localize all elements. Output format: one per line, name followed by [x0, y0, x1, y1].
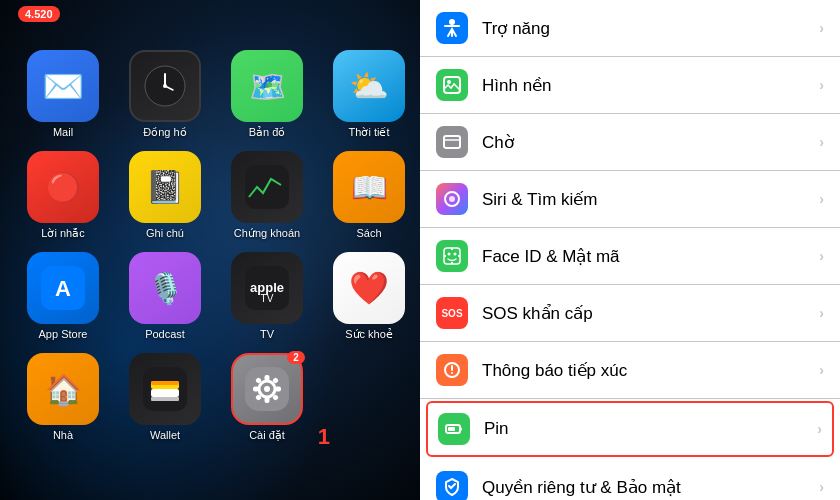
svg-text:A: A	[55, 276, 71, 301]
svg-rect-12	[151, 381, 179, 385]
svg-point-28	[447, 80, 451, 84]
svg-rect-14	[151, 397, 179, 401]
app-books-label: Sách	[356, 227, 381, 239]
settings-item-siri[interactable]: Siri & Tìm kiếm ›	[420, 171, 840, 228]
settings-panel: Trợ năng › Hình nền › Chờ	[420, 0, 840, 500]
app-home[interactable]: 🏠 Nhà	[18, 353, 108, 442]
contact-notification-label: Thông báo tiếp xúc	[482, 360, 819, 381]
app-wallet[interactable]: Wallet	[120, 353, 210, 442]
svg-rect-29	[444, 136, 460, 148]
svg-rect-21	[275, 387, 281, 392]
svg-rect-45	[448, 427, 455, 431]
wallpaper-chevron: ›	[819, 77, 824, 93]
privacy-chevron: ›	[819, 479, 824, 495]
settings-item-accessibility[interactable]: Trợ năng ›	[420, 0, 840, 57]
app-settings[interactable]: 2 Cài đặt 1	[222, 353, 312, 442]
settings-item-faceid[interactable]: Face ID & Mật mã ›	[420, 228, 840, 285]
standby-icon	[436, 126, 468, 158]
privacy-icon	[436, 471, 468, 500]
app-mail[interactable]: ✉️ Mail	[18, 50, 108, 139]
settings-item-privacy[interactable]: Quyền riêng tư & Bảo mật ›	[420, 459, 840, 500]
app-health[interactable]: ❤️ Sức khoẻ	[324, 252, 414, 341]
app-stocks[interactable]: Chứng khoán	[222, 151, 312, 240]
phone-screen: 4.520 ✉️ Mail Đồng hồ 🗺️ Bản đồ ⛅	[0, 0, 420, 500]
svg-point-17	[264, 386, 270, 392]
empty-slot	[324, 353, 414, 442]
step-1-label: 1	[318, 424, 330, 450]
settings-item-battery[interactable]: Pin › 2	[426, 401, 834, 457]
app-podcast[interactable]: 🎙️ Podcast	[120, 252, 210, 341]
settings-item-standby[interactable]: Chờ ›	[420, 114, 840, 171]
app-notes-label: Ghi chú	[146, 227, 184, 239]
svg-point-35	[454, 253, 457, 256]
siri-chevron: ›	[819, 191, 824, 207]
app-wallet-label: Wallet	[150, 429, 180, 441]
app-appletv-label: TV	[260, 328, 274, 340]
siri-label: Siri & Tìm kiếm	[482, 189, 819, 210]
settings-list: Trợ năng › Hình nền › Chờ	[420, 0, 840, 500]
sos-label: SOS khẩn cấp	[482, 303, 819, 324]
accessibility-label: Trợ năng	[482, 18, 819, 39]
svg-rect-20	[253, 387, 259, 392]
battery-label: Pin	[484, 419, 817, 439]
app-grid: ✉️ Mail Đồng hồ 🗺️ Bản đồ ⛅ Thời tiết	[0, 30, 420, 452]
svg-point-3	[163, 84, 167, 88]
notification-badge: 4.520	[18, 6, 60, 22]
app-reminder[interactable]: 🔴 Lời nhắc	[18, 151, 108, 240]
settings-item-wallpaper[interactable]: Hình nền ›	[420, 57, 840, 114]
svg-rect-44	[460, 428, 462, 431]
app-stocks-label: Chứng khoán	[234, 227, 300, 240]
app-notes[interactable]: 📓 Ghi chú	[120, 151, 210, 240]
app-appstore-label: App Store	[39, 328, 88, 340]
svg-rect-33	[444, 248, 460, 264]
app-podcast-label: Podcast	[145, 328, 185, 340]
svg-rect-19	[265, 397, 270, 403]
wallpaper-label: Hình nền	[482, 75, 819, 96]
svg-rect-18	[265, 375, 270, 381]
svg-rect-13	[151, 389, 179, 397]
app-clock[interactable]: Đồng hồ	[120, 50, 210, 139]
app-mail-label: Mail	[53, 126, 73, 138]
settings-item-contact-notification[interactable]: Thông báo tiếp xúc ›	[420, 342, 840, 399]
faceid-chevron: ›	[819, 248, 824, 264]
svg-point-26	[449, 19, 455, 25]
standby-chevron: ›	[819, 134, 824, 150]
svg-point-34	[448, 253, 451, 256]
app-appstore[interactable]: A App Store	[18, 252, 108, 341]
battery-icon	[438, 413, 470, 445]
app-appletv[interactable]: apple TV TV	[222, 252, 312, 341]
svg-point-42	[451, 372, 453, 374]
battery-chevron: ›	[817, 421, 822, 437]
settings-badge: 2	[287, 351, 305, 364]
app-maps[interactable]: 🗺️ Bản đồ	[222, 50, 312, 139]
faceid-label: Face ID & Mật mã	[482, 246, 819, 267]
settings-item-sos[interactable]: SOS SOS khẩn cấp ›	[420, 285, 840, 342]
app-maps-label: Bản đồ	[249, 126, 286, 139]
sos-icon: SOS	[436, 297, 468, 329]
contact-notification-chevron: ›	[819, 362, 824, 378]
standby-label: Chờ	[482, 132, 819, 153]
svg-text:TV: TV	[261, 293, 274, 304]
accessibility-icon	[436, 12, 468, 44]
faceid-icon	[436, 240, 468, 272]
app-books[interactable]: 📖 Sách	[324, 151, 414, 240]
svg-rect-27	[444, 77, 460, 93]
sos-chevron: ›	[819, 305, 824, 321]
app-clock-label: Đồng hồ	[143, 126, 186, 139]
app-settings-label: Cài đặt	[249, 429, 285, 442]
svg-point-32	[449, 196, 455, 202]
privacy-label: Quyền riêng tư & Bảo mật	[482, 477, 819, 498]
siri-icon	[436, 183, 468, 215]
app-reminder-label: Lời nhắc	[41, 227, 84, 240]
app-weather[interactable]: ⛅ Thời tiết	[324, 50, 414, 139]
contact-notification-icon	[436, 354, 468, 386]
app-health-label: Sức khoẻ	[345, 328, 393, 341]
wallpaper-icon	[436, 69, 468, 101]
app-home-label: Nhà	[53, 429, 73, 441]
accessibility-chevron: ›	[819, 20, 824, 36]
app-weather-label: Thời tiết	[349, 126, 390, 139]
